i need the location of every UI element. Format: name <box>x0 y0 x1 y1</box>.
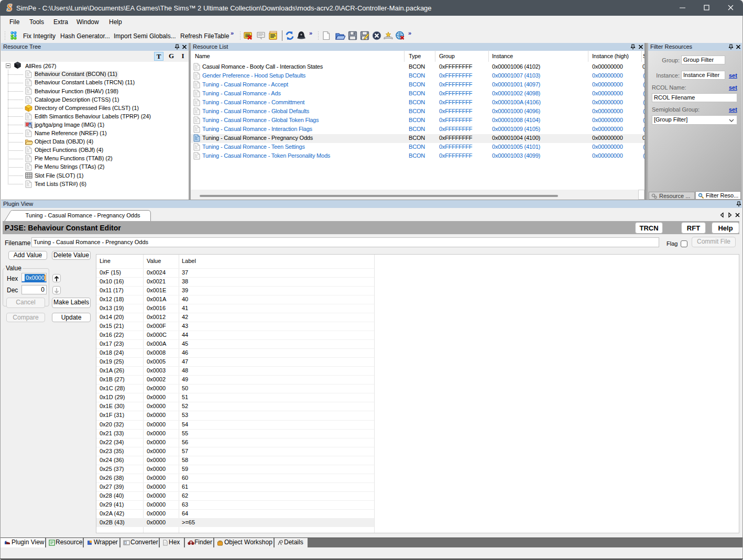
svg-text:S: S <box>7 3 12 13</box>
